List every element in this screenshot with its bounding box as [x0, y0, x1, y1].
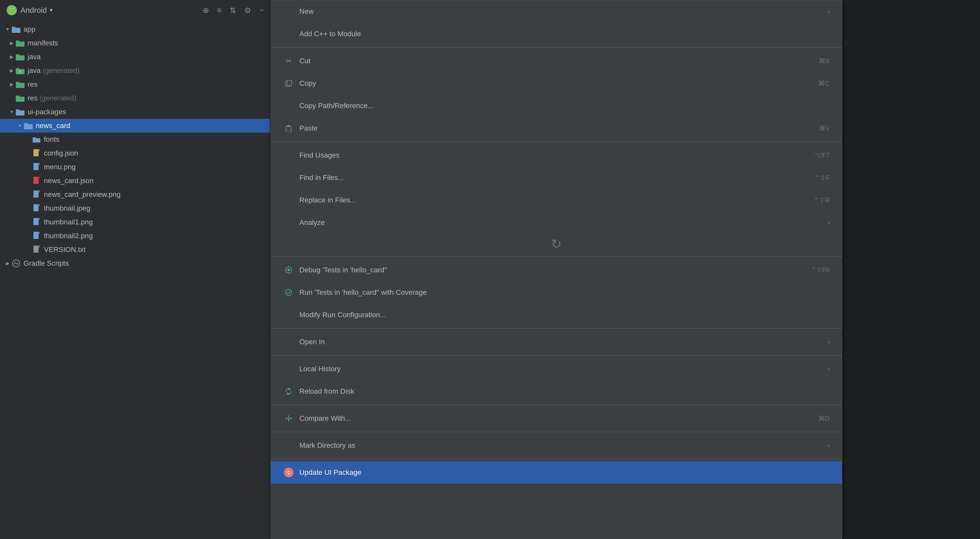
tree-item-java-generated[interactable]: ▶ G java (generated) [0, 64, 270, 78]
chevron-icon: ▶ [8, 54, 15, 60]
menu-label: Update UI Package [299, 468, 830, 477]
tree-item-version-txt[interactable]: VERSION.txt [0, 243, 270, 257]
submenu-arrow-icon: › [828, 365, 830, 373]
menu-label: Mark Directory as [299, 441, 824, 450]
menu-item-local-history[interactable]: Local History › [271, 358, 842, 380]
menu-separator [271, 47, 842, 48]
cut-icon: ✂ [283, 55, 294, 67]
tree-item-label: VERSION.txt [44, 246, 86, 254]
folder-blue-icon [15, 107, 25, 117]
menu-label: Local History [299, 365, 824, 373]
menu-shortcut: ⌃⇧R [814, 196, 830, 204]
debug-icon [283, 265, 294, 276]
menu-item-paste[interactable]: Paste ⌘V [271, 117, 842, 140]
svg-rect-7 [12, 27, 15, 29]
menu-item-new[interactable]: New › [271, 0, 842, 23]
menu-label: Analyze [299, 219, 824, 227]
tree-item-label: ui-packages [27, 108, 66, 116]
folder-teal-icon [15, 94, 25, 103]
tree-item-java[interactable]: ▶ java [0, 50, 270, 64]
menu-item-modify-run[interactable]: Modify Run Configuration... [271, 304, 842, 326]
menu-item-run-coverage[interactable]: Run 'Tests in 'hello_card'' with Coverag… [271, 281, 842, 304]
menu-label: Compare With... [299, 414, 803, 422]
menu-item-update-ui-package[interactable]: Update UI Package [271, 461, 842, 484]
tree-item-fonts[interactable]: ▶ fonts [0, 133, 270, 146]
menu-item-open-in[interactable]: Open In › [271, 331, 842, 353]
tree-item-label: fonts [44, 135, 59, 144]
svg-rect-1 [8, 9, 15, 13]
menu-label: Reload from Disk [299, 387, 830, 395]
tree-item-label: manifests [27, 39, 58, 47]
svg-rect-30 [38, 163, 40, 165]
menu-item-cut[interactable]: ✂ Cut ⌘X [271, 50, 842, 72]
spinner-icon: ↻ [551, 236, 562, 251]
tree-item-label: java [27, 53, 41, 61]
tree-item-thumbnail-jpeg[interactable]: thumbnail.jpeg [0, 201, 270, 215]
file-jpeg-icon [32, 203, 41, 213]
svg-marker-61 [288, 388, 290, 390]
coverage-icon [283, 287, 294, 298]
svg-point-55 [287, 269, 290, 271]
collapse-all-icon[interactable]: ≡ [217, 6, 222, 14]
menu-item-find-usages[interactable]: Find Usages ⌥F7 [271, 144, 842, 166]
menu-item-mark-dir[interactable]: Mark Directory as › [271, 434, 842, 457]
svg-rect-13 [16, 68, 19, 70]
chevron-icon: ▶ [8, 82, 15, 87]
gradle-icon [11, 258, 21, 268]
tree-item-gradle-scripts[interactable]: ▶ Gradle Scripts [0, 257, 270, 270]
paste-icon [283, 123, 294, 134]
tree-item-manifests[interactable]: ▶ manifests [0, 36, 270, 50]
tree-item-news-card-preview-png[interactable]: news_card_preview.png [0, 188, 270, 201]
svg-rect-27 [38, 149, 40, 151]
chevron-icon: ▼ [16, 123, 24, 128]
update-icon-circle [284, 468, 293, 477]
settings-icon[interactable]: ⚙ [244, 6, 251, 15]
menu-shortcut: ⌥F7 [815, 151, 830, 159]
menu-item-analyze[interactable]: Analyze › [271, 211, 842, 234]
menu-item-copy-path[interactable]: Copy Path/Reference... [271, 95, 842, 117]
tree-item-app[interactable]: ▼ app [0, 22, 270, 36]
file-red-icon [32, 176, 41, 185]
menu-item-copy[interactable]: Copy ⌘C [271, 72, 842, 95]
menu-item-reload-disk[interactable]: Reload from Disk [271, 380, 842, 403]
svg-rect-16 [16, 82, 19, 84]
menu-shortcut: ⌘X [819, 57, 830, 65]
svg-rect-48 [38, 246, 40, 247]
menu-label: Paste [299, 124, 803, 132]
menu-item-find-in-files[interactable]: Find in Files... ⌃⇧F [271, 166, 842, 189]
tree-item-label: news_card [36, 122, 70, 130]
menu-label: Copy [299, 79, 803, 87]
tree-item-label: thumbnail.jpeg [44, 204, 90, 212]
minimize-icon[interactable]: − [259, 6, 264, 14]
tree-item-label: config.json [44, 149, 78, 157]
tree-item-res[interactable]: ▶ res [0, 78, 270, 91]
chevron-icon: ▶ [4, 261, 11, 266]
submenu-arrow-icon: › [828, 8, 830, 15]
menu-label: Debug 'Tests in 'hello_card'' [299, 266, 795, 274]
tree-item-menu-png[interactable]: menu.png [0, 160, 270, 174]
file-tree: ▼ app ▶ manifests ▶ [0, 21, 270, 272]
menu-label: Find Usages [299, 151, 799, 159]
folder-gen-icon: G [15, 66, 25, 76]
tree-item-label: java (generated) [27, 67, 80, 75]
target-icon[interactable]: ⊕ [203, 6, 209, 15]
menu-item-compare-with[interactable]: Compare With... ⌘D [271, 407, 842, 430]
menu-item-debug[interactable]: Debug 'Tests in 'hello_card'' ⌃⇧F9 [271, 259, 842, 281]
svg-point-60 [286, 289, 292, 295]
tree-item-config-json[interactable]: config.json [0, 146, 270, 160]
update-ui-icon [283, 467, 294, 478]
menu-item-replace-in-files[interactable]: Replace in Files... ⌃⇧R [271, 189, 842, 211]
tree-item-ui-packages[interactable]: ▼ ui-packages [0, 105, 270, 119]
menu-item-add-cpp[interactable]: Add C++ to Module [271, 23, 842, 45]
tree-item-thumbnail1-png[interactable]: thumbnail1.png [0, 215, 270, 229]
sidebar-header: Android ▾ ⊕ ≡ ⇅ ⚙ − [0, 0, 270, 21]
dropdown-arrow-icon[interactable]: ▾ [50, 7, 52, 14]
svg-rect-42 [38, 218, 40, 220]
svg-marker-62 [287, 392, 290, 395]
tree-item-news-card[interactable]: ▼ news_card [0, 119, 270, 133]
expand-icon[interactable]: ⇅ [230, 6, 236, 15]
tree-item-news-card-json[interactable]: news_card.json [0, 174, 270, 188]
tree-item-thumbnail2-png[interactable]: thumbnail2.png [0, 229, 270, 243]
tree-item-res-generated[interactable]: ▶ res (generated) [0, 91, 270, 105]
svg-rect-20 [16, 109, 19, 111]
